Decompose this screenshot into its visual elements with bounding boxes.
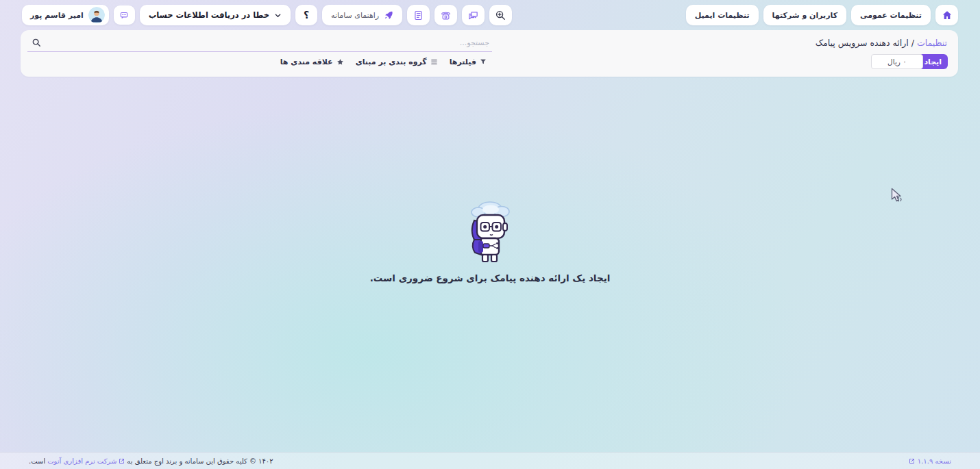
- menu-users-companies[interactable]: کاربران و شرکتها: [763, 5, 846, 25]
- menu-label: تنظیمات ایمیل: [695, 11, 750, 20]
- systray: راهنمای سامانه ؟ خطا در دریافت اطلاعات ح…: [22, 5, 512, 25]
- copyright-suffix: است.: [29, 457, 45, 465]
- messages-button[interactable]: [114, 5, 135, 25]
- version-link[interactable]: نسخه ۱.۱.۹: [909, 457, 951, 465]
- breadcrumb-separator: /: [909, 38, 917, 48]
- home-button[interactable]: [935, 5, 958, 25]
- balance-field[interactable]: ۰ ریال: [871, 54, 923, 69]
- chevron-down-icon: [274, 12, 282, 19]
- footer: نسخه ۱.۱.۹ ۱۴۰۲ © کلیه حقوق این سامانه و…: [0, 452, 980, 469]
- account-error-dropdown[interactable]: خطا در دریافت اطلاعات حساب: [140, 5, 291, 25]
- external-link-icon: [909, 458, 915, 464]
- avatar: [88, 7, 105, 23]
- zoom-in-icon: [495, 10, 506, 21]
- menu-email-settings[interactable]: تنظیمات ایمیل: [686, 5, 759, 25]
- copyright: ۱۴۰۲ © کلیه حقوق این سامانه و برند اوج م…: [29, 457, 273, 465]
- menu-label: تنظیمات عمومی: [860, 11, 922, 20]
- phone-button[interactable]: [434, 5, 457, 25]
- breadcrumb-current: ارائه دهنده سرویس پیامک: [816, 38, 909, 48]
- control-panel: تنظیمات / ارائه دهنده سرویس پیامک ایجاد …: [21, 30, 958, 77]
- top-navbar: تنظیمات عمومی کاربران و شرکتها تنظیمات ا…: [0, 0, 980, 30]
- breadcrumb-settings-link[interactable]: تنظیمات: [917, 38, 947, 48]
- empty-state: ایجاد یک ارائه دهنده پیامک برای شروع ضرو…: [0, 200, 980, 283]
- chat-button[interactable]: [462, 5, 485, 25]
- favorites-label: علاقه مندی ها: [280, 58, 333, 66]
- user-name: امیر قاسم پور: [30, 11, 84, 20]
- document-button[interactable]: [407, 5, 430, 25]
- messages-icon: [119, 10, 129, 20]
- search-input[interactable]: [27, 34, 492, 51]
- breadcrumb: تنظیمات / ارائه دهنده سرویس پیامک: [816, 38, 947, 48]
- account-error-label: خطا در دریافت اطلاعات حساب: [149, 10, 269, 20]
- menu-general-settings[interactable]: تنظیمات عمومی: [851, 5, 931, 25]
- create-button-label: ایجاد: [924, 58, 942, 66]
- favorites-button[interactable]: علاقه مندی ها: [280, 58, 344, 66]
- main-menu: تنظیمات عمومی کاربران و شرکتها تنظیمات ا…: [686, 5, 958, 25]
- copyright-prefix: ۱۴۰۲ © کلیه حقوق این سامانه و برند اوج م…: [127, 457, 273, 465]
- search-icon: [32, 37, 41, 50]
- version-label: نسخه ۱.۱.۹: [918, 457, 951, 465]
- star-icon: [336, 58, 344, 66]
- home-icon: [942, 10, 953, 21]
- user-menu[interactable]: امیر قاسم پور: [22, 5, 109, 25]
- system-guide-label: راهنمای سامانه: [331, 11, 379, 20]
- company-link[interactable]: شرکت نرم افزاری آنوت: [47, 457, 125, 465]
- filters-label: فیلترها: [450, 58, 476, 66]
- filter-icon: [480, 58, 487, 65]
- chat-icon: [467, 10, 479, 21]
- rocket-icon: [384, 10, 393, 20]
- group-by-label: گروه بندی بر مبنای: [356, 58, 427, 66]
- balance-value: ۰ ریال: [887, 58, 907, 66]
- help-button[interactable]: ؟: [295, 5, 317, 25]
- empty-state-message: ایجاد یک ارائه دهنده پیامک برای شروع ضرو…: [0, 272, 980, 283]
- filters-button[interactable]: فیلترها: [450, 58, 487, 66]
- document-icon: [413, 10, 424, 21]
- search-bar: [27, 34, 492, 52]
- zoom-button[interactable]: [489, 5, 512, 25]
- company-link-label: شرکت نرم افزاری آنوت: [47, 457, 117, 465]
- group-by-icon: [430, 58, 438, 66]
- robot-illustration: [463, 200, 517, 267]
- question-icon: ؟: [304, 10, 309, 21]
- search-options: فیلترها گروه بندی بر مبنای علاقه مندی ها: [280, 54, 487, 69]
- external-link-icon: [119, 458, 125, 464]
- phone-icon: [440, 10, 452, 21]
- system-guide-button[interactable]: راهنمای سامانه: [322, 5, 402, 25]
- group-by-button[interactable]: گروه بندی بر مبنای: [356, 58, 438, 66]
- menu-label: کاربران و شرکتها: [772, 11, 837, 20]
